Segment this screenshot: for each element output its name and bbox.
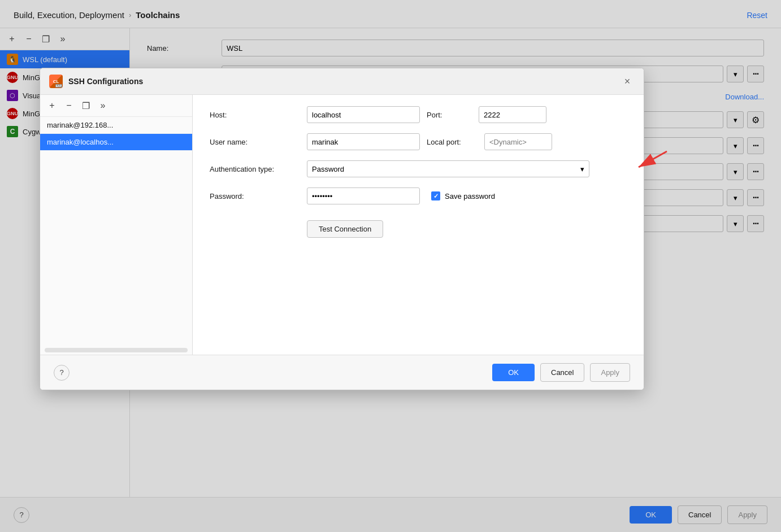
ssh-sidebar-toolbar: + − ❐ » bbox=[40, 95, 192, 117]
ssh-form: Host: Port: User name: Local port: Authe… bbox=[193, 95, 644, 355]
username-label: User name: bbox=[210, 138, 300, 146]
ssh-list: marinak@192.168... marinak@localhos... bbox=[40, 117, 192, 346]
save-password-label: Save password bbox=[445, 192, 495, 200]
ssh-dialog-overlay: CL EAP SSH Configurations × + − ❐ » mar bbox=[0, 0, 781, 532]
host-label: Host: bbox=[210, 111, 300, 119]
ssh-close-button[interactable]: × bbox=[620, 74, 635, 89]
localport-input[interactable] bbox=[484, 133, 552, 150]
save-password-checkbox[interactable] bbox=[431, 191, 440, 200]
auth-type-label: Authentication type: bbox=[210, 165, 300, 173]
localport-label: Local port: bbox=[427, 138, 478, 146]
port-input[interactable] bbox=[479, 106, 546, 123]
ssh-copy-button[interactable]: ❐ bbox=[79, 98, 93, 113]
ssh-apply-button[interactable]: Apply bbox=[590, 363, 630, 382]
ssh-body: + − ❐ » marinak@192.168... marinak@local… bbox=[40, 95, 644, 355]
port-label: Port: bbox=[427, 111, 472, 119]
ssh-cancel-button[interactable]: Cancel bbox=[540, 363, 584, 382]
ssh-app-icon: CL EAP bbox=[49, 75, 63, 88]
password-input[interactable] bbox=[307, 187, 420, 204]
auth-type-dropdown[interactable]: Password ▾ bbox=[307, 160, 589, 177]
password-input-group: Save password bbox=[307, 187, 495, 204]
auth-type-value: Password bbox=[312, 165, 344, 173]
red-arrow-indicator bbox=[627, 146, 672, 176]
ssh-more-button[interactable]: » bbox=[96, 98, 110, 113]
username-input[interactable] bbox=[307, 133, 420, 150]
ssh-title-bar: CL EAP SSH Configurations × bbox=[40, 68, 644, 95]
host-input[interactable] bbox=[307, 106, 420, 123]
ssh-sidebar: + − ❐ » marinak@192.168... marinak@local… bbox=[40, 95, 193, 355]
username-localport-row: User name: Local port: bbox=[210, 133, 627, 150]
ssh-add-button[interactable]: + bbox=[45, 98, 59, 113]
ssh-list-item-2[interactable]: marinak@localhos... bbox=[40, 134, 192, 151]
ssh-help-button[interactable]: ? bbox=[54, 365, 70, 381]
password-row: Password: Save password bbox=[210, 187, 627, 204]
host-port-row: Host: Port: bbox=[210, 106, 627, 123]
ssh-list-item-1[interactable]: marinak@192.168... bbox=[40, 117, 192, 134]
svg-line-1 bbox=[639, 151, 667, 167]
auth-type-chevron-icon: ▾ bbox=[580, 165, 584, 173]
ssh-dialog-title: SSH Configurations bbox=[68, 77, 143, 86]
ssh-ok-button[interactable]: OK bbox=[492, 364, 535, 381]
test-connection-button[interactable]: Test Connection bbox=[307, 220, 383, 238]
ssh-remove-button[interactable]: − bbox=[62, 98, 76, 113]
ssh-dialog: CL EAP SSH Configurations × + − ❐ » mar bbox=[40, 68, 644, 390]
ssh-list-scrollbar[interactable] bbox=[45, 348, 188, 352]
test-connection-row: Test Connection bbox=[307, 215, 627, 238]
save-password-row: Save password bbox=[431, 191, 495, 200]
ssh-bottom-bar: ? OK Cancel Apply bbox=[40, 355, 644, 390]
ssh-title: CL EAP SSH Configurations bbox=[49, 75, 143, 88]
password-label: Password: bbox=[210, 192, 300, 200]
auth-type-row: Authentication type: Password ▾ bbox=[210, 160, 627, 177]
